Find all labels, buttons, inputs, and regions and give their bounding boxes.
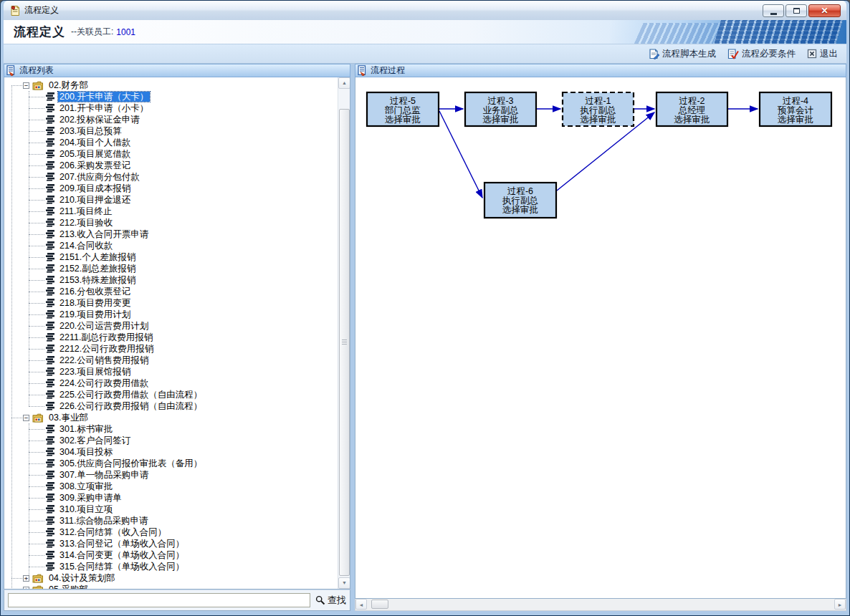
tree-item[interactable]: 308.立项审批 [4, 481, 338, 492]
process-form-icon [46, 516, 55, 525]
list-page-icon [6, 65, 16, 76]
tree-item-label: 04.设计及策划部 [47, 573, 116, 583]
tree-vertical-scrollbar[interactable]: ▲ ▼ [338, 77, 350, 589]
tree-item[interactable]: 307.单一物品采购申请 [4, 469, 338, 481]
tree-item[interactable]: 213.收入合同开票申请 [4, 228, 338, 240]
svg-text:业务副总: 业务副总 [483, 105, 519, 115]
expand-icon[interactable]: + [23, 575, 29, 582]
flow-node[interactable]: 过程-4预算会计选择审批 [760, 92, 831, 126]
tree-item[interactable]: 2152.副总差旅报销 [4, 263, 338, 274]
tree-item[interactable]: 207.供应商分包付款 [4, 171, 338, 183]
tree-item[interactable]: 313.合同登记（单场收入合同） [4, 538, 338, 549]
tree-item-label: 218.项目费用变更 [58, 298, 132, 308]
tree-item[interactable]: 304.项目投标 [4, 446, 338, 458]
tree-item[interactable]: 205.项目展览借款 [4, 148, 338, 160]
tree-item[interactable]: 212.项目验收 [4, 217, 338, 228]
scroll-thumb[interactable] [371, 600, 388, 609]
tree-item[interactable]: 305.供应商合同报价审批表（备用） [4, 458, 338, 469]
process-form-icon [46, 173, 55, 181]
tree-item[interactable]: 2212.公司行政费用报销 [4, 343, 338, 355]
process-form-icon [46, 218, 55, 227]
flow-node[interactable]: 过程-5部门总监选择审批 [367, 92, 439, 126]
collapse-icon[interactable]: − [23, 82, 29, 89]
process-form-icon [46, 562, 55, 571]
tree-item-label: 309.采购申请单 [58, 493, 123, 503]
find-button-label: 查找 [328, 594, 346, 607]
search-icon [315, 595, 325, 605]
tree-item[interactable]: 214.合同收款 [4, 240, 338, 251]
tree-item[interactable]: 211.项目终止 [4, 206, 338, 217]
tree-item-label: 203.项目总预算 [58, 126, 123, 136]
tree-item[interactable]: 310.项目立项 [4, 504, 338, 515]
flow-node[interactable]: 过程-2总经理选择审批 [656, 92, 727, 126]
scroll-right-button[interactable]: ► [834, 599, 846, 610]
find-button[interactable]: 查找 [315, 594, 346, 607]
tree-item[interactable]: 301.标书审批 [4, 423, 338, 435]
tree-item-label: 02.财务部 [47, 80, 90, 90]
close-button[interactable]: ✕ [808, 4, 841, 17]
tree-item[interactable]: 201.开卡申请（小卡） [4, 102, 338, 114]
tree-item[interactable]: 216.分包收票登记 [4, 286, 338, 297]
scroll-left-button[interactable]: ◄ [355, 599, 367, 610]
tree-item[interactable]: 222.公司销售费用报销 [4, 355, 338, 366]
svg-text:过程-2: 过程-2 [679, 96, 705, 106]
tree-item[interactable]: 311.综合物品采购申请 [4, 515, 338, 526]
tree-item[interactable]: 312.合同结算（收入合同） [4, 526, 338, 538]
process-form-icon [46, 436, 55, 445]
tree-folder[interactable]: −03.事业部 [4, 412, 338, 423]
scroll-thumb[interactable] [339, 109, 350, 576]
expand-icon[interactable]: + [23, 587, 29, 589]
tree-item[interactable]: 225.公司行政费用借款（自由流程） [4, 389, 338, 400]
tree-item[interactable]: 210.项目押金退还 [4, 194, 338, 206]
tree-item[interactable]: 2153.特殊差旅报销 [4, 274, 338, 286]
tree-item[interactable]: 218.项目费用变更 [4, 297, 338, 309]
tree-item[interactable]: 200.开卡申请（大卡） [4, 91, 338, 102]
tree-item[interactable]: 2151.个人差旅报销 [4, 251, 338, 263]
tree-item[interactable]: 315.合同结算（单场收入合同） [4, 561, 338, 572]
flow-horizontal-scrollbar[interactable]: ◄ ► [355, 599, 846, 611]
search-input[interactable] [8, 593, 310, 607]
tree-item[interactable]: 206.采购发票登记 [4, 160, 338, 171]
flow-node[interactable]: 过程-3业务副总选择审批 [465, 92, 536, 126]
titlebar[interactable]: 流程定义 ✕ [4, 1, 846, 20]
tree-folder[interactable]: +05.采购部 [4, 584, 338, 589]
process-form-icon [46, 494, 55, 502]
tree-folder[interactable]: −02.财务部 [4, 80, 338, 91]
tree-item-label: 2212.公司行政费用报销 [58, 344, 155, 354]
tree-folder[interactable]: +04.设计及策划部 [4, 572, 338, 584]
process-form-icon [46, 241, 55, 250]
collapse-icon[interactable]: − [23, 415, 29, 421]
tree-item[interactable]: 226.公司行政费用报销（自由流程） [4, 400, 338, 412]
process-form-icon [46, 551, 55, 559]
tree-item[interactable]: 204.项目个人借款 [4, 137, 338, 148]
related-employee-id: 1001 [116, 27, 135, 37]
minimize-button[interactable] [763, 4, 784, 17]
maximize-button[interactable] [785, 4, 807, 17]
tree-item[interactable]: 224.公司行政费用借款 [4, 377, 338, 389]
tree-item[interactable]: 202.投标保证金申请 [4, 114, 338, 125]
process-form-icon [46, 161, 55, 170]
svg-text:执行副总: 执行副总 [502, 196, 538, 206]
svg-text:过程-4: 过程-4 [783, 96, 808, 106]
tree-item[interactable]: 203.项目总预算 [4, 125, 338, 137]
process-form-icon [46, 528, 55, 536]
toolbar-button-流程必要条件[interactable]: 流程必要条件 [727, 48, 796, 60]
scroll-up-button[interactable]: ▲ [338, 77, 350, 89]
toolbar-button-退出[interactable]: 退出 [807, 48, 838, 60]
tree-item[interactable]: 314.合同变更（单场收入合同） [4, 549, 338, 561]
scroll-down-button[interactable]: ▼ [338, 577, 350, 589]
tree-item[interactable]: 2211.副总行政费用报销 [4, 332, 338, 343]
toolbar-button-流程脚本生成[interactable]: 流程脚本生成 [649, 48, 716, 60]
tree-item[interactable]: 302.客户合同签订 [4, 435, 338, 446]
flow-node[interactable]: 过程-1执行副总选择审批 [563, 92, 634, 126]
tree-item[interactable]: 309.采购申请单 [4, 492, 338, 504]
tree-item[interactable]: 223.项目展馆报销 [4, 366, 338, 377]
tree-item-label: 223.项目展馆报销 [58, 367, 132, 377]
tree-item[interactable]: 209.项目成本报销 [4, 183, 338, 194]
tree-item[interactable]: 220.公司运营费用计划 [4, 320, 338, 332]
tree-item-label: 2151.个人差旅报销 [58, 252, 137, 262]
folder-icon [32, 574, 44, 583]
flow-canvas[interactable]: 过程-5部门总监选择审批过程-3业务副总选择审批过程-1执行副总选择审批过程-2… [355, 77, 846, 599]
flow-node[interactable]: 过程-6执行副总选择审批 [484, 183, 556, 218]
tree-item[interactable]: 219.项目费用计划 [4, 309, 338, 320]
